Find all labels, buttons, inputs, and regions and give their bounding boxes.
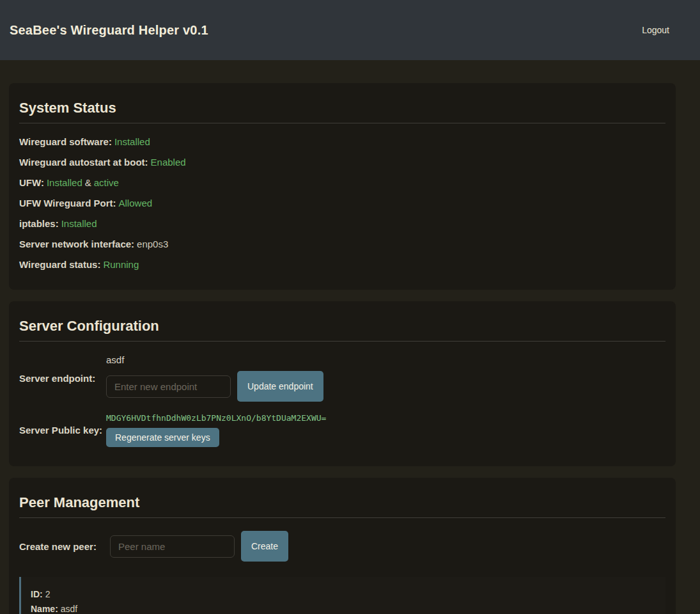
peer-id-line: ID:2 (31, 589, 654, 599)
peer-name-value: asdf (61, 604, 77, 614)
section-divider (19, 341, 665, 342)
status-line-ufw-port: UFW Wireguard Port:Allowed (19, 198, 665, 209)
endpoint-input[interactable] (106, 375, 231, 398)
peer-name-line: Name:asdf (31, 604, 654, 614)
server-endpoint-current-value: asdf (106, 354, 323, 365)
peer-name-input[interactable] (110, 535, 235, 558)
server-public-key-row: Server Public key: MDGY6HVDtfhnDdhW0zLb7… (19, 413, 665, 447)
server-endpoint-content: asdf Update endpoint (106, 354, 323, 402)
main-content: System Status Wireguard software:Install… (9, 60, 676, 614)
create-peer-label: Create new peer: (19, 541, 106, 552)
section-divider (19, 123, 665, 123)
create-peer-row: Create new peer: Create (19, 531, 665, 562)
update-endpoint-button[interactable]: Update endpoint (237, 371, 323, 402)
server-public-key-value: MDGY6HVDtfhnDdhW0zLb7PNz0LXnO/b8YtDUaM2E… (106, 413, 326, 423)
create-peer-button[interactable]: Create (241, 531, 288, 562)
status-value: enp0s3 (137, 239, 168, 249)
status-value: Installed (47, 177, 82, 188)
status-line-wireguard-status: Wireguard status:Running (19, 259, 665, 271)
status-line-autostart: Wireguard autostart at boot:Enabled (19, 157, 665, 168)
peer-management-card: Peer Management Create new peer: Create … (9, 478, 676, 614)
peer-id-label: ID: (31, 589, 43, 599)
peer-item: ID:2 Name:asdf Public Key:ckyOHj5Bk8707g… (19, 577, 665, 614)
status-value: Running (103, 259, 139, 270)
server-endpoint-label: Server endpoint: (19, 373, 106, 384)
status-value-2: active (94, 177, 119, 188)
status-line-wireguard-software: Wireguard software:Installed (19, 136, 665, 148)
status-value: Allowed (119, 198, 153, 209)
status-label: Wireguard software: (19, 136, 112, 147)
status-label: Wireguard autostart at boot: (19, 157, 148, 168)
status-line-ufw: UFW:Installed&active (19, 177, 665, 189)
server-configuration-card: Server Configuration Server endpoint: as… (9, 301, 676, 466)
status-label: UFW Wireguard Port: (19, 198, 116, 209)
app-title: SeaBee's Wireguard Helper v0.1 (10, 23, 208, 38)
section-divider (19, 517, 665, 518)
server-configuration-heading: Server Configuration (19, 318, 665, 335)
peer-management-heading: Peer Management (19, 494, 665, 511)
status-label: UFW: (19, 177, 44, 188)
logout-link[interactable]: Logout (642, 25, 669, 35)
status-separator: & (85, 177, 91, 188)
app-header: SeaBee's Wireguard Helper v0.1 Logout (0, 0, 700, 60)
peer-name-label: Name: (31, 604, 58, 614)
status-value: Installed (114, 136, 150, 147)
system-status-heading: System Status (19, 100, 665, 116)
server-endpoint-row: Server endpoint: asdf Update endpoint (19, 354, 665, 402)
status-value: Installed (61, 218, 97, 229)
status-label: iptables: (19, 218, 59, 229)
server-public-key-content: MDGY6HVDtfhnDdhW0zLb7PNz0LXnO/b8YtDUaM2E… (106, 413, 326, 447)
peer-id-value: 2 (45, 589, 51, 599)
status-label: Server network interface: (19, 239, 134, 249)
status-line-iptables: iptables:Installed (19, 218, 665, 230)
regenerate-server-keys-button[interactable]: Regenerate server keys (106, 428, 219, 447)
server-public-key-label: Server Public key: (19, 425, 106, 436)
status-label: Wireguard status: (19, 259, 100, 270)
status-line-network-interface: Server network interface:enp0s3 (19, 239, 665, 250)
system-status-card: System Status Wireguard software:Install… (9, 83, 676, 290)
status-value: Enabled (151, 157, 186, 168)
